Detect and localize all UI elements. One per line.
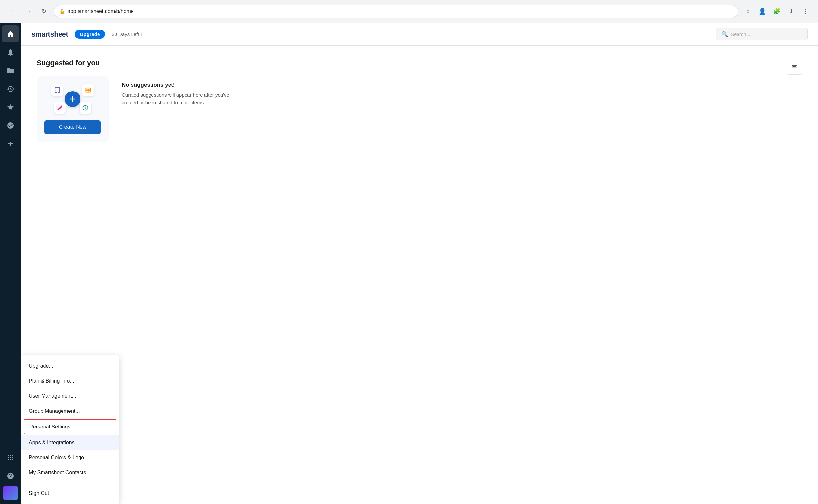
- section-title: Suggested for you: [37, 59, 802, 67]
- menu-personal-settings[interactable]: Personal Settings...: [24, 420, 116, 434]
- search-bar[interactable]: 🔍: [716, 28, 808, 40]
- sidebar-help-button[interactable]: [2, 467, 19, 484]
- table-icon: [82, 84, 94, 96]
- sidebar-new-button[interactable]: [2, 135, 19, 152]
- sidebar-home-button[interactable]: [2, 25, 19, 42]
- no-suggestions-area: No suggestions yet! Curated suggestions …: [122, 76, 233, 111]
- menu-button[interactable]: ⋮: [800, 6, 811, 17]
- sidebar-top: [0, 23, 21, 449]
- sidebar-recents-button[interactable]: [2, 80, 19, 97]
- menu-divider: [21, 483, 119, 483]
- reload-button[interactable]: ↻: [38, 6, 50, 17]
- suggestions-card: Create New No suggestions yet! Curated s…: [37, 76, 802, 142]
- logo-text: smartsheet: [31, 30, 68, 39]
- no-suggestions-desc: Curated suggestions will appear here aft…: [122, 92, 233, 106]
- back-button[interactable]: ←: [7, 6, 18, 17]
- browser-actions: ☆ 👤 🧩 ⬇ ⋮: [742, 6, 811, 17]
- app-container: smartsheet Upgrade 30 Days Left ℹ 🔍 Sugg…: [0, 23, 818, 504]
- menu-contacts[interactable]: My Smartsheet Contacts...: [21, 465, 119, 480]
- profile-button[interactable]: 👤: [757, 6, 768, 17]
- menu-upgrade[interactable]: Upgrade...: [21, 359, 119, 374]
- menu-group-management[interactable]: Group Management...: [21, 404, 119, 419]
- sidebar: [0, 23, 21, 504]
- search-icon: 🔍: [722, 31, 728, 37]
- menu-plan-billing[interactable]: Plan & Billing Info...: [21, 374, 119, 389]
- context-menu: Upgrade... Plan & Billing Info... User M…: [21, 355, 119, 504]
- create-new-button[interactable]: Create New: [44, 120, 101, 134]
- upgrade-button[interactable]: Upgrade: [75, 30, 105, 39]
- main-area: smartsheet Upgrade 30 Days Left ℹ 🔍 Sugg…: [21, 23, 818, 504]
- menu-personal-colors[interactable]: Personal Colors & Logo...: [21, 450, 119, 465]
- days-left: 30 Days Left ℹ: [111, 31, 143, 37]
- no-suggestions-title: No suggestions yet!: [122, 82, 233, 88]
- create-new-widget: Create New: [37, 76, 109, 142]
- timer-icon: [79, 102, 91, 114]
- tablet-icon: [51, 84, 63, 96]
- sidebar-apps-button[interactable]: [2, 449, 19, 466]
- info-icon[interactable]: ℹ: [141, 32, 143, 37]
- browser-chrome: ← → ↻ 🔒 app.smartsheet.com/b/home ☆ 👤 🧩 …: [0, 0, 818, 23]
- menu-sign-out[interactable]: Sign Out: [21, 486, 119, 501]
- extension-button[interactable]: 🧩: [771, 6, 783, 17]
- main-content: Suggested for you: [21, 46, 818, 504]
- sidebar-bottom: [0, 449, 21, 504]
- sidebar-browse-button[interactable]: [2, 62, 19, 79]
- user-avatar[interactable]: [3, 486, 18, 500]
- topbar: smartsheet Upgrade 30 Days Left ℹ 🔍: [21, 23, 818, 46]
- download-button[interactable]: ⬇: [785, 6, 797, 17]
- bookmark-button[interactable]: ☆: [742, 6, 754, 17]
- sidebar-favorites-button[interactable]: [2, 99, 19, 116]
- forward-button[interactable]: →: [22, 6, 34, 17]
- form-icon: [54, 102, 66, 114]
- icons-cluster: [51, 84, 94, 114]
- announcement-button[interactable]: [787, 59, 802, 75]
- sidebar-notifications-button[interactable]: [2, 44, 19, 61]
- lock-icon: 🔒: [59, 9, 65, 14]
- search-input[interactable]: [731, 31, 802, 37]
- logo: smartsheet: [31, 30, 68, 39]
- address-bar[interactable]: 🔒 app.smartsheet.com/b/home: [54, 5, 738, 18]
- create-center-icon: [65, 91, 80, 107]
- menu-apps-integrations[interactable]: Apps & Integrations...: [21, 435, 119, 450]
- url-text: app.smartsheet.com/b/home: [67, 8, 134, 14]
- menu-user-management[interactable]: User Management...: [21, 389, 119, 404]
- sidebar-solutions-button[interactable]: [2, 117, 19, 134]
